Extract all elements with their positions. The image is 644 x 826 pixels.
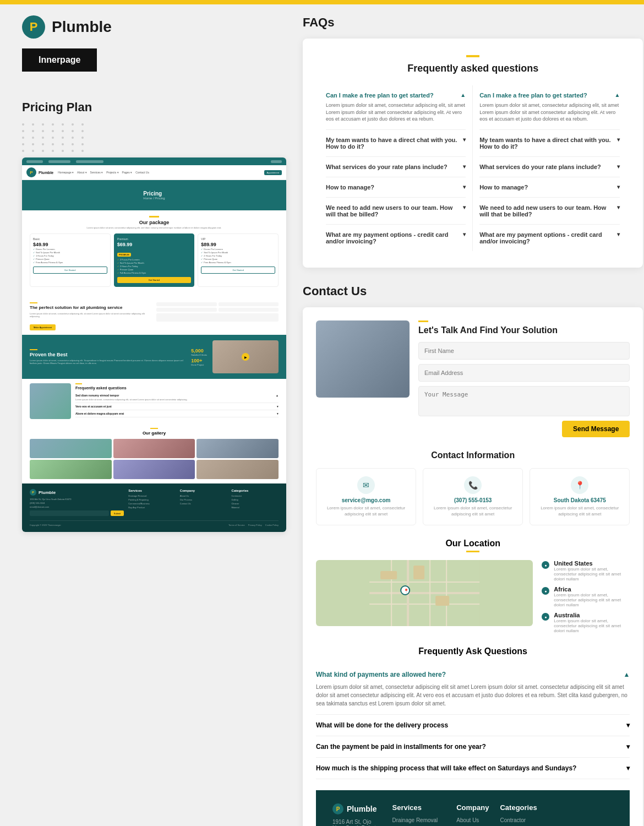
location-title: Our Location: [316, 539, 630, 548]
faq-left-q3[interactable]: What services do your rate plans include…: [326, 164, 466, 170]
plan-btn-premium[interactable]: Get Started: [117, 277, 192, 283]
footer-service-2[interactable]: Painting & Repairing: [128, 498, 176, 501]
footer-newsletter-btn[interactable]: Submit: [111, 510, 124, 516]
faq-left-item-6: What are my payment options - credit car…: [326, 225, 466, 251]
footer-company-3[interactable]: Contact Us: [180, 502, 227, 505]
location-dot-australia: ●: [542, 613, 549, 621]
plan-feature-premium-5: Full Access Fitness & Gym: [117, 271, 192, 274]
preview-nav-cta[interactable]: Appointment: [264, 170, 282, 175]
contact-info-address: 📍 South Dakota 63475 Lorem ipsum dolor s…: [530, 468, 630, 525]
footer-tos[interactable]: Terms of Service: [228, 524, 245, 526]
faq-right-q6[interactable]: What are my payment options - credit car…: [479, 231, 620, 244]
faq-left-q5[interactable]: We need to add new users to our team. Ho…: [326, 204, 466, 218]
faq-contact-q2[interactable]: What will be done for the delivery proce…: [316, 721, 630, 729]
pricing-card-premium: Premium $69.99 PREMIUM 2 Focos Per Lione…: [114, 233, 195, 287]
faq-left-item-5: We need to add new users to our team. Ho…: [326, 198, 466, 225]
dark-footer-grid: P Plumble 1916 Art St, Ojo Umu South Dak…: [332, 803, 613, 826]
footer-newsletter-input[interactable]: [30, 510, 109, 516]
faq-left-item-2: My team wants to have a direct chat with…: [326, 130, 466, 157]
contact-form-title: Let's Talk And Find Your Solution: [418, 325, 630, 335]
gallery-item-5[interactable]: [113, 460, 195, 479]
contact-submit-button[interactable]: Send Message: [562, 421, 630, 437]
form-name-field[interactable]: [156, 302, 217, 306]
contact-address-icon: 📍: [571, 476, 588, 494]
faq-preview-q1[interactable]: Sed diam nonumy eirmod tempor▲: [75, 394, 279, 397]
faq-right-a1: Lorem ipsum dolor sit amet, consectetur …: [479, 102, 620, 123]
contact-firstname-input[interactable]: [418, 342, 630, 360]
faq-left-q6[interactable]: What are my payment options - credit car…: [326, 231, 466, 244]
faq-left-q2[interactable]: My team wants to have a direct chat with…: [326, 137, 466, 150]
footer-company-2[interactable]: Our Process: [180, 498, 227, 501]
dot-pattern: [22, 123, 286, 152]
plan-price-premium: $69.99: [117, 242, 192, 247]
contact-email-input[interactable]: [418, 364, 630, 382]
faq-preview-q2[interactable]: Vero eos et accusam et just▾: [75, 405, 279, 408]
gallery-item-6[interactable]: [197, 460, 279, 479]
contact-info-phone: 📞 (307) 555-0153 Lorem ipsum dolor sit a…: [423, 468, 523, 525]
faq-preview-q3[interactable]: Abore et dolore magna aliquyam erat▾: [75, 412, 279, 415]
svg-rect-9: [413, 566, 424, 579]
footer-category-1[interactable]: Contractor: [231, 494, 279, 497]
location-map: 📍: [316, 560, 533, 626]
faqs-grid: Can I make a free plan to get started? ▲…: [319, 85, 626, 251]
faq-contact-q4[interactable]: How much is the shipping process that wi…: [316, 764, 630, 772]
footer-privacy[interactable]: Privacy Policy: [248, 524, 262, 526]
df-company-1[interactable]: About Us: [456, 817, 489, 823]
footer-company-1[interactable]: About Us: [180, 494, 227, 497]
footer-category-3[interactable]: Cleaner: [231, 502, 279, 505]
plan-feature-vip-4: Primum Quae: [201, 258, 275, 260]
innerpage-badge[interactable]: Innerpage: [22, 48, 97, 72]
faq-small-accent: [75, 383, 82, 384]
faq-right-item-6: What are my payment options - credit car…: [479, 225, 620, 251]
footer-logo: P Plumble: [30, 489, 124, 496]
gallery-item-4[interactable]: [30, 460, 112, 479]
package-subtitle: Lorem ipsum dolor sit amet, consectetur …: [30, 226, 279, 229]
plan-btn-vip[interactable]: Get Started: [201, 267, 275, 274]
contact-message-input[interactable]: [418, 386, 630, 416]
plan-btn-basic[interactable]: Get Started: [33, 267, 107, 274]
faq-right-q2[interactable]: My team wants to have a direct chat with…: [479, 137, 620, 150]
play-button[interactable]: [242, 353, 249, 361]
faq-left-q1[interactable]: Can I make a free plan to get started? ▲: [326, 92, 466, 99]
faq-right-q1[interactable]: Can I make a free plan to get started? ▲: [479, 92, 620, 99]
form-email-field[interactable]: [219, 302, 279, 306]
faq-contact-q1[interactable]: What kind of payments are allowed here? …: [316, 671, 630, 678]
footer-category-2[interactable]: Gallery: [231, 498, 279, 501]
gallery-item-3[interactable]: [197, 439, 279, 458]
contact-small-accent: [418, 320, 428, 322]
faq-right-q3[interactable]: What services do your rate plans include…: [479, 164, 620, 170]
contact-worker-image: [316, 320, 410, 398]
faq-right-q5[interactable]: We need to add new users to our team. Ho…: [479, 204, 620, 218]
footer-service-1[interactable]: Drainage Removal: [128, 494, 176, 497]
contact-info-address-value: South Dakota 63475: [536, 497, 624, 503]
footer-services-title: Services: [128, 489, 176, 492]
df-col-categories: Categories Contractor Gallery Cleaner Ma…: [500, 803, 613, 826]
gallery-item-2[interactable]: [113, 439, 195, 458]
footer-cookie[interactable]: Cookie Policy: [265, 524, 279, 526]
df-service-1[interactable]: Drainage Removal: [392, 817, 446, 823]
faq-contact-q3[interactable]: Can the payment be paid in installments …: [316, 743, 630, 751]
df-logo-text: Plumble: [347, 805, 376, 813]
preview-brand: Plumble: [39, 171, 53, 175]
faq-right-q4[interactable]: How to manage? ▾: [479, 184, 620, 191]
footer-col-categories: Categories Contractor Gallery Cleaner Ma…: [231, 489, 279, 516]
plan-feature-basic-1: Donec Per Leonem: [33, 248, 107, 251]
df-category-1[interactable]: Contractor: [500, 817, 613, 823]
pricing-preview-card: P Plumble Homepage ▾About ▾Services ▾Pro…: [22, 157, 286, 532]
faq-right-item-3: What services do your rate plans include…: [479, 157, 620, 177]
gallery-item-1[interactable]: [30, 439, 112, 458]
footer-category-4[interactable]: Material: [231, 506, 279, 509]
package-title: Our package: [30, 220, 279, 225]
form-service-select[interactable]: [219, 308, 279, 312]
perfect-cta[interactable]: Make Appointment: [30, 324, 56, 330]
form-message-field[interactable]: [156, 313, 279, 322]
footer-col-brand: P Plumble 1916 Art St, Ojo Umu South Dak…: [30, 489, 124, 516]
proven-stat2-label: Done Project: [191, 363, 207, 366]
location-layout: 📍 ● United States Lorem ipsum dolor sit …: [316, 560, 630, 633]
faq-left-q4[interactable]: How to manage? ▾: [326, 184, 466, 191]
faq-contact-item-4: How much is the shipping process that wi…: [316, 758, 630, 779]
footer-service-3[interactable]: Commercial/Business: [128, 502, 176, 505]
right-column: FAQs Frequently asked questions Can I ma…: [303, 15, 643, 826]
form-phone-field[interactable]: [156, 308, 217, 312]
footer-service-4[interactable]: Buy Any Product: [128, 506, 176, 509]
